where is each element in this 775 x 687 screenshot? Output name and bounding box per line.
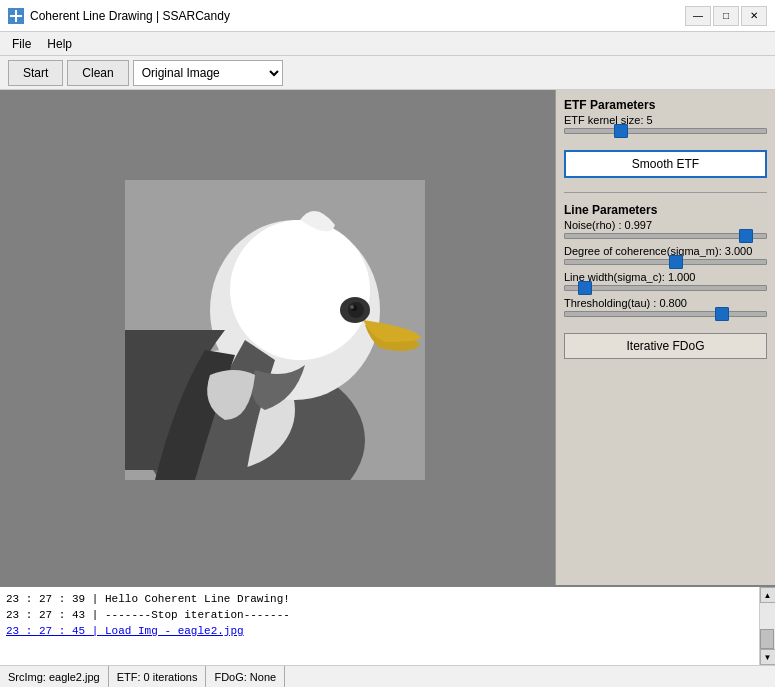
title-bar-controls: — □ ✕: [685, 6, 767, 26]
window-title: Coherent Line Drawing | SSARCandy: [30, 9, 230, 23]
right-panel: ETF Parameters ETF kernel size: 5 Smooth…: [555, 90, 775, 585]
scroll-track[interactable]: [760, 603, 775, 649]
svg-point-8: [230, 220, 370, 360]
canvas-area: [0, 90, 555, 585]
noise-thumb[interactable]: [739, 229, 753, 243]
linewidth-track[interactable]: [564, 285, 767, 291]
image-display: [125, 180, 425, 480]
line-section: Line Parameters Noise(rho) : 0.997 Degre…: [564, 203, 767, 323]
etf-kernel-container: ETF kernel size: 5: [564, 114, 767, 134]
scroll-thumb[interactable]: [760, 629, 774, 649]
status-fdog: FDoG: None: [206, 666, 285, 687]
minimize-button[interactable]: —: [685, 6, 711, 26]
threshold-thumb[interactable]: [715, 307, 729, 321]
menu-file[interactable]: File: [4, 35, 39, 53]
status-etf: ETF: 0 iterations: [109, 666, 207, 687]
linewidth-container: Line width(sigma_c): 1.000: [564, 271, 767, 291]
title-bar-left: Coherent Line Drawing | SSARCandy: [8, 8, 230, 24]
etf-kernel-label: ETF kernel size: 5: [564, 114, 767, 126]
svg-point-12: [350, 305, 354, 309]
toolbar: Start Clean Original Image ETF Line Draw…: [0, 56, 775, 90]
close-button[interactable]: ✕: [741, 6, 767, 26]
image-mode-select[interactable]: Original Image ETF Line Drawing: [133, 60, 283, 86]
noise-label: Noise(rho) : 0.997: [564, 219, 767, 231]
coherence-container: Degree of coherence(sigma_m): 3.000: [564, 245, 767, 265]
clean-button[interactable]: Clean: [67, 60, 128, 86]
etf-section-label: ETF Parameters: [564, 98, 767, 112]
log-area: 23 : 27 : 39 | Hello Coherent Line Drawi…: [0, 585, 775, 665]
smooth-etf-button[interactable]: Smooth ETF: [564, 150, 767, 178]
main-content: ETF Parameters ETF kernel size: 5 Smooth…: [0, 90, 775, 585]
log-scrollbar: ▲ ▼: [759, 587, 775, 665]
status-srcimg: SrcImg: eagle2.jpg: [0, 666, 109, 687]
separator-1: [564, 192, 767, 193]
log-line-2: 23 : 27 : 43 | -------Stop iteration----…: [6, 607, 753, 623]
linewidth-label: Line width(sigma_c): 1.000: [564, 271, 767, 283]
menu-help[interactable]: Help: [39, 35, 80, 53]
threshold-track[interactable]: [564, 311, 767, 317]
log-content: 23 : 27 : 39 | Hello Coherent Line Drawi…: [0, 587, 759, 665]
eagle-image: [125, 180, 425, 480]
log-line-3[interactable]: 23 : 27 : 45 | Load Img - eagle2.jpg: [6, 623, 753, 639]
start-button[interactable]: Start: [8, 60, 63, 86]
etf-kernel-track[interactable]: [564, 128, 767, 134]
scroll-up-arrow[interactable]: ▲: [760, 587, 776, 603]
threshold-container: Thresholding(tau) : 0.800: [564, 297, 767, 317]
coherence-track[interactable]: [564, 259, 767, 265]
status-bar: SrcImg: eagle2.jpg ETF: 0 iterations FDo…: [0, 665, 775, 687]
app-icon: [8, 8, 24, 24]
title-bar: Coherent Line Drawing | SSARCandy — □ ✕: [0, 0, 775, 32]
menu-bar: File Help: [0, 32, 775, 56]
coherence-label: Degree of coherence(sigma_m): 3.000: [564, 245, 767, 257]
linewidth-thumb[interactable]: [578, 281, 592, 295]
line-section-label: Line Parameters: [564, 203, 767, 217]
iterative-fdog-button[interactable]: Iterative FDoG: [564, 333, 767, 359]
noise-track[interactable]: [564, 233, 767, 239]
etf-kernel-thumb[interactable]: [614, 124, 628, 138]
log-line-1: 23 : 27 : 39 | Hello Coherent Line Drawi…: [6, 591, 753, 607]
maximize-button[interactable]: □: [713, 6, 739, 26]
coherence-thumb[interactable]: [669, 255, 683, 269]
threshold-label: Thresholding(tau) : 0.800: [564, 297, 767, 309]
noise-container: Noise(rho) : 0.997: [564, 219, 767, 239]
etf-section: ETF Parameters ETF kernel size: 5: [564, 98, 767, 140]
scroll-down-arrow[interactable]: ▼: [760, 649, 776, 665]
